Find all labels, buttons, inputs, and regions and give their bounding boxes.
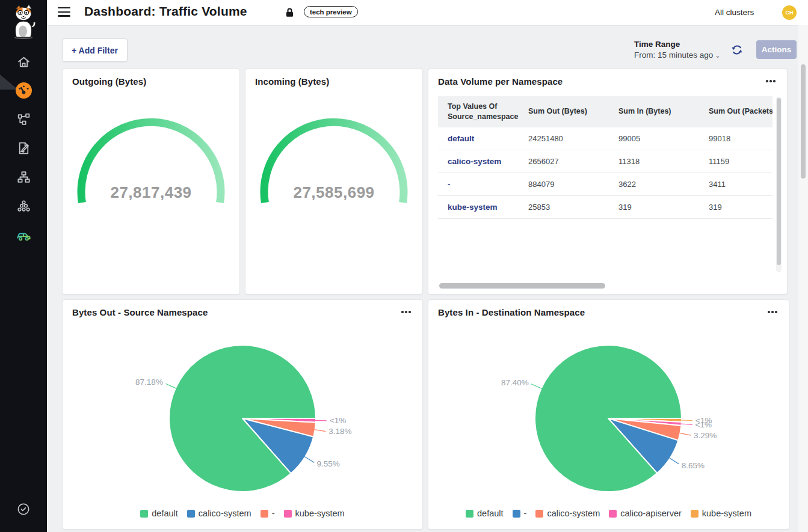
pie-label-connector	[315, 430, 326, 432]
legend-swatch	[140, 510, 148, 518]
card-outgoing-bytes: Outgoing (Bytes) 27,817,439	[62, 69, 240, 295]
legend-swatch	[261, 510, 268, 518]
pie-label-connector	[304, 456, 314, 462]
service-graph-icon[interactable]	[11, 107, 35, 131]
bytes-in-legend: default-calico-systemcalico-apiserverkub…	[428, 509, 789, 518]
table-cell-namespace: calico-system	[438, 150, 519, 173]
table-cell: 2656027	[519, 150, 609, 173]
legend-item-kube-system[interactable]: kube-system	[691, 509, 751, 518]
legend-swatch	[466, 510, 473, 518]
column-header: Sum Out (Bytes)	[519, 96, 609, 127]
pie-label-connector	[681, 424, 692, 424]
refresh-button[interactable]	[730, 43, 744, 57]
cluster-selector[interactable]: All clusters	[715, 8, 754, 17]
card-bytes-in: Bytes In - Destination Namespace 87.40%8…	[428, 299, 789, 530]
card-menu-button[interactable]	[765, 306, 780, 318]
page-scrollbar[interactable]	[798, 25, 808, 532]
car-icon[interactable]	[11, 222, 35, 246]
namespace-link[interactable]: -	[448, 180, 451, 189]
card-menu-button[interactable]	[763, 75, 779, 87]
verified-badge-icon[interactable]	[11, 497, 35, 521]
gauge-value: 27,585,699	[293, 183, 374, 201]
table-cell: 25853	[519, 195, 609, 218]
namespace-link[interactable]: calico-system	[448, 157, 501, 166]
home-icon[interactable]	[11, 50, 35, 74]
pie-label-connector	[165, 384, 176, 388]
actions-button[interactable]: Actions	[756, 40, 797, 59]
table-horizontal-scrollbar[interactable]	[438, 283, 775, 289]
bytes-out-legend: defaultcalico-system-kube-system	[63, 509, 422, 518]
table-cell: 24251480	[519, 127, 609, 150]
pie-label: 8.65%	[682, 461, 705, 470]
pie-label: 9.55%	[317, 459, 340, 468]
page-title: Dashboard: Traffic Volume	[84, 4, 247, 19]
policies-icon[interactable]	[11, 136, 35, 160]
card-menu-button[interactable]	[398, 306, 414, 318]
table-row: calico-system26560271131811159	[438, 150, 773, 173]
legend-item-calico-system[interactable]: calico-system	[187, 509, 251, 518]
time-range-value[interactable]: From: 15 minutes ago⌄	[634, 50, 721, 60]
app-header: Dashboard: Traffic Volume tech preview A…	[47, 0, 808, 26]
legend-label: default	[477, 509, 504, 518]
table-row: default242514809900599018	[438, 127, 773, 150]
legend-item--[interactable]: -	[261, 509, 275, 518]
pie-label: 87.40%	[501, 378, 529, 387]
pie-label: <1%	[695, 416, 712, 425]
pie-label-connector	[531, 384, 541, 389]
namespace-table: Top Values Of Source_namespaceSum Out (B…	[438, 96, 773, 274]
table-row: -88407936223411	[438, 173, 773, 195]
legend-swatch	[609, 510, 617, 518]
outgoing-gauge-chart: 27,817,439	[63, 69, 239, 296]
legend-item--[interactable]: -	[513, 509, 527, 518]
dashboards-icon[interactable]	[11, 78, 35, 102]
table-cell: 319	[609, 195, 699, 218]
namespace-link[interactable]: default	[448, 134, 474, 143]
legend-label: kube-system	[702, 509, 751, 518]
card-title: Bytes Out - Source Namespace	[72, 307, 208, 317]
table-cell-namespace: -	[438, 173, 519, 195]
legend-swatch	[284, 510, 292, 518]
time-range-label: Time Range	[634, 40, 721, 49]
table-cell: 3622	[609, 173, 699, 195]
table-vertical-scrollbar[interactable]	[776, 97, 782, 272]
legend-item-calico-apiserver[interactable]: calico-apiserver	[609, 509, 682, 518]
legend-item-kube-system[interactable]: kube-system	[284, 509, 345, 518]
pie-label: <1%	[330, 416, 346, 425]
hamburger-menu-icon[interactable]	[58, 7, 70, 17]
legend-swatch	[691, 510, 699, 518]
namespace-link[interactable]: kube-system	[448, 203, 498, 212]
legend-label: calico-system	[199, 509, 251, 518]
app-root: Dashboard: Traffic Volume tech preview A…	[0, 0, 808, 532]
table-cell-namespace: kube-system	[438, 195, 519, 218]
table-cell: 11318	[609, 150, 699, 173]
pie-label: 3.18%	[328, 427, 351, 436]
page-scrollbar-thumb[interactable]	[801, 64, 806, 179]
card-bytes-out: Bytes Out - Source Namespace 87.18%9.55%…	[62, 299, 423, 530]
legend-item-default[interactable]: default	[466, 509, 504, 518]
card-title: Data Volume per Namespace	[438, 76, 563, 87]
add-filter-button[interactable]: + Add Filter	[62, 38, 128, 62]
table-cell: 319	[699, 195, 773, 218]
bytes-out-pie-chart: 87.18%9.55%3.18%<1%	[63, 325, 422, 527]
legend-label: -	[524, 509, 527, 518]
legend-swatch	[513, 510, 520, 518]
calico-cat-logo[interactable]	[8, 4, 39, 42]
time-range-control: Time Range From: 15 minutes ago⌄	[634, 40, 721, 60]
card-incoming-bytes: Incoming (Bytes) 27,585,699	[245, 69, 423, 295]
legend-item-calico-system[interactable]: calico-system	[535, 509, 600, 518]
incoming-gauge-chart: 27,585,699	[245, 69, 422, 296]
table-row: kube-system25853319319	[438, 195, 773, 218]
table-cell: 884079	[519, 173, 609, 195]
table-header-row: Top Values Of Source_namespaceSum Out (B…	[438, 96, 773, 127]
legend-item-default[interactable]: default	[140, 509, 178, 518]
legend-label: kube-system	[295, 509, 345, 518]
bytes-in-pie-chart: 87.40%8.65%3.29%<1%<1%	[428, 325, 788, 527]
pie-label-connector	[315, 420, 327, 421]
avatar[interactable]: CH	[782, 5, 797, 20]
network-topology-icon[interactable]	[11, 165, 35, 189]
lock-icon	[285, 7, 294, 20]
legend-label: calico-apiserver	[620, 509, 682, 518]
pie-label: 3.29%	[694, 431, 717, 440]
pie-label-connector	[680, 433, 691, 435]
clusters-icon[interactable]	[11, 194, 35, 218]
